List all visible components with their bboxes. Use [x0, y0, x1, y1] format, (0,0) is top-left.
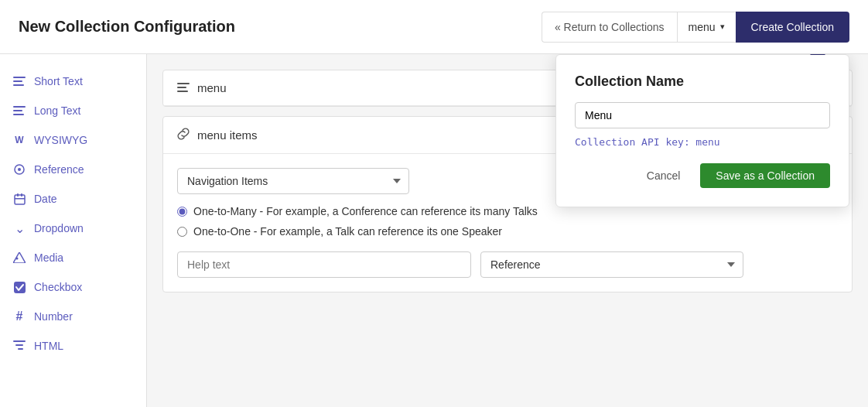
svg-rect-17: [18, 348, 23, 350]
sidebar-item-label: Date: [34, 193, 57, 205]
sidebar-item-date[interactable]: Date: [0, 184, 146, 214]
svg-rect-16: [15, 344, 23, 346]
sidebar-item-label: Short Text: [34, 75, 83, 87]
svg-rect-4: [13, 110, 22, 111]
svg-rect-0: [13, 77, 26, 78]
collection-name-input[interactable]: [575, 102, 830, 128]
menu-dropdown-button[interactable]: menu ▾: [677, 12, 736, 43]
create-collection-button[interactable]: Create Collection: [736, 12, 849, 43]
sidebar-item-short-text[interactable]: Short Text: [0, 67, 146, 96]
collection-name-popup: Collection Name Collection API key: menu…: [555, 54, 849, 207]
api-key-label: Collection API key:: [575, 136, 690, 148]
popup-actions: Cancel Save as a Collection: [575, 163, 830, 188]
sidebar-item-media[interactable]: Media: [0, 243, 146, 272]
svg-rect-2: [13, 84, 24, 86]
sidebar-item-reference[interactable]: Reference: [0, 155, 146, 184]
sidebar-item-label: HTML: [34, 340, 63, 352]
svg-rect-1: [13, 80, 22, 82]
svg-marker-12: [13, 252, 26, 263]
sidebar-item-checkbox[interactable]: Checkbox: [0, 272, 146, 302]
header-actions: « Return to Collections menu ▾ Create Co…: [542, 12, 849, 43]
api-key-display: Collection API key: menu: [575, 136, 830, 148]
svg-rect-8: [15, 195, 25, 204]
sidebar-item-label: Media: [34, 251, 63, 264]
sidebar-item-label: WYSIWYG: [34, 134, 87, 146]
sidebar-item-wysiwyg[interactable]: W WYSIWYG: [0, 125, 146, 155]
sidebar-item-label: Checkbox: [34, 281, 82, 293]
sidebar-item-dropdown[interactable]: ⌄ Dropdown: [0, 214, 146, 243]
api-key-value: menu: [695, 136, 719, 148]
sidebar-item-long-text[interactable]: Long Text: [0, 96, 146, 125]
content-area: menu menu menu items menu_i... Navigatio…: [147, 54, 868, 407]
wysiwyg-icon: W: [12, 133, 26, 147]
sidebar: Short Text Long Text W WYSIWYG Reference: [0, 54, 147, 407]
svg-rect-5: [13, 114, 24, 115]
return-to-collections-button[interactable]: « Return to Collections: [542, 12, 677, 43]
lines-icon: [12, 74, 26, 88]
svg-rect-10: [21, 193, 22, 197]
checkbox-icon: [12, 280, 26, 294]
header: New Collection Configuration « Return to…: [0, 0, 868, 54]
main-layout: Short Text Long Text W WYSIWYG Reference: [0, 54, 868, 407]
sidebar-item-label: Reference: [34, 163, 84, 176]
sidebar-item-number[interactable]: # Number: [0, 302, 146, 331]
sidebar-item-label: Number: [34, 310, 73, 323]
number-icon: #: [12, 310, 26, 323]
sidebar-item-label: Dropdown: [34, 222, 84, 234]
svg-rect-9: [17, 193, 19, 197]
chevron-down-icon: ⌄: [12, 221, 26, 235]
page-title: New Collection Configuration: [19, 18, 235, 36]
cancel-button[interactable]: Cancel: [634, 163, 693, 188]
calendar-icon: [12, 192, 26, 206]
popup-title: Collection Name: [575, 74, 830, 90]
svg-rect-3: [13, 106, 26, 108]
save-as-collection-button[interactable]: Save as a Collection: [700, 163, 830, 188]
svg-point-7: [18, 168, 21, 171]
reference-icon: [12, 162, 26, 176]
lines-icon: [12, 104, 26, 118]
sidebar-item-html[interactable]: HTML: [0, 331, 146, 361]
sidebar-item-label: Long Text: [34, 104, 80, 117]
svg-rect-15: [13, 340, 26, 342]
html-icon: [12, 339, 26, 353]
menu-label: menu: [689, 21, 716, 33]
media-icon: [12, 251, 26, 265]
popup-overlay: Collection Name Collection API key: menu…: [147, 54, 868, 407]
svg-point-13: [16, 258, 19, 260]
svg-rect-11: [15, 198, 25, 200]
chevron-down-icon: ▾: [720, 22, 725, 32]
